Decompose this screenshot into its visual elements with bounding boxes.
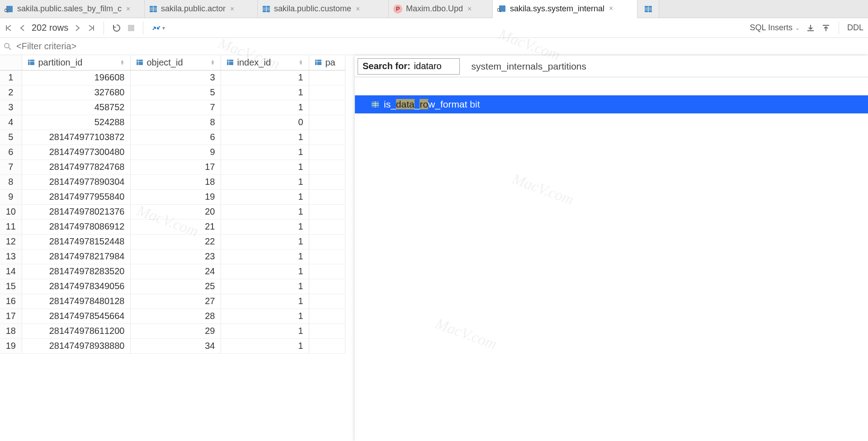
table-row[interactable]: 10281474978021376201 bbox=[0, 204, 345, 219]
data-cell[interactable] bbox=[309, 294, 345, 309]
data-cell[interactable] bbox=[309, 115, 345, 130]
data-cell[interactable] bbox=[309, 70, 345, 85]
search-input[interactable] bbox=[414, 61, 455, 71]
data-cell[interactable]: 281474978611200 bbox=[22, 324, 130, 338]
data-cell[interactable]: 28 bbox=[130, 309, 221, 324]
table-row[interactable]: 345875271 bbox=[0, 100, 345, 115]
data-cell[interactable]: 0 bbox=[221, 115, 309, 130]
data-cell[interactable] bbox=[309, 174, 345, 189]
table-row[interactable]: 528147497710387261 bbox=[0, 130, 345, 145]
data-cell[interactable] bbox=[309, 130, 345, 145]
data-cell[interactable]: 281474978021376 bbox=[22, 204, 130, 219]
data-cell[interactable]: 281474977300480 bbox=[22, 145, 130, 160]
data-cell[interactable]: 24 bbox=[130, 264, 221, 279]
data-cell[interactable] bbox=[309, 264, 345, 279]
data-cell[interactable]: 7 bbox=[130, 100, 221, 115]
data-cell[interactable]: 1 bbox=[221, 264, 309, 279]
col-header-partial[interactable]: pa bbox=[309, 55, 345, 70]
ddl-button[interactable]: DDL bbox=[847, 23, 863, 33]
sort-icon[interactable]: ▲▼ bbox=[120, 60, 125, 65]
data-cell[interactable]: 281474977824768 bbox=[22, 160, 130, 174]
reload-button[interactable] bbox=[112, 23, 121, 33]
col-header-partition-id[interactable]: partition_id ▲▼ bbox=[22, 55, 130, 70]
stop-button[interactable] bbox=[127, 24, 135, 32]
data-cell[interactable]: 1 bbox=[221, 219, 309, 234]
data-cell[interactable] bbox=[309, 219, 345, 234]
data-cell[interactable]: 1 bbox=[221, 338, 309, 353]
data-cell[interactable]: 281474977955840 bbox=[22, 189, 130, 204]
transpose-button[interactable]: ▾ bbox=[151, 23, 165, 33]
data-cell[interactable]: 20 bbox=[130, 204, 221, 219]
tab-system-internal[interactable]: sakila.sys.system_internal × bbox=[493, 0, 637, 18]
data-cell[interactable]: 281474977890304 bbox=[22, 174, 130, 189]
data-cell[interactable]: 281474978086912 bbox=[22, 219, 130, 234]
table-row[interactable]: 19281474978938880341 bbox=[0, 338, 345, 353]
data-cell[interactable] bbox=[309, 234, 345, 249]
first-page-button[interactable] bbox=[5, 24, 13, 32]
data-cell[interactable]: 327680 bbox=[22, 85, 130, 100]
table-row[interactable]: 17281474978545664281 bbox=[0, 309, 345, 324]
data-cell[interactable] bbox=[309, 204, 345, 219]
close-icon[interactable]: × bbox=[230, 5, 234, 13]
data-cell[interactable]: 17 bbox=[130, 160, 221, 174]
data-cell[interactable] bbox=[309, 160, 345, 174]
data-cell[interactable]: 25 bbox=[130, 279, 221, 294]
table-row[interactable]: 7281474977824768171 bbox=[0, 160, 345, 174]
table-row[interactable]: 14281474978283520241 bbox=[0, 264, 345, 279]
data-cell[interactable]: 196608 bbox=[22, 70, 130, 85]
next-page-button[interactable] bbox=[75, 24, 81, 32]
data-cell[interactable] bbox=[309, 189, 345, 204]
data-cell[interactable]: 281474978217984 bbox=[22, 249, 130, 264]
data-cell[interactable]: 1 bbox=[221, 234, 309, 249]
data-cell[interactable]: 21 bbox=[130, 219, 221, 234]
data-cell[interactable]: 1 bbox=[221, 324, 309, 338]
data-cell[interactable]: 19 bbox=[130, 189, 221, 204]
data-cell[interactable]: 1 bbox=[221, 160, 309, 174]
data-cell[interactable]: 1 bbox=[221, 189, 309, 204]
data-cell[interactable]: 23 bbox=[130, 249, 221, 264]
data-cell[interactable] bbox=[309, 249, 345, 264]
data-cell[interactable]: 1 bbox=[221, 294, 309, 309]
data-cell[interactable] bbox=[309, 100, 345, 115]
data-cell[interactable]: 1 bbox=[221, 130, 309, 145]
data-cell[interactable] bbox=[309, 279, 345, 294]
export-down-button[interactable] bbox=[806, 23, 815, 33]
table-row[interactable]: 628147497730048091 bbox=[0, 145, 345, 160]
tab-customer[interactable]: sakila.public.custome × bbox=[258, 0, 389, 18]
prev-page-button[interactable] bbox=[19, 24, 25, 32]
close-icon[interactable]: × bbox=[467, 5, 472, 13]
data-cell[interactable]: 1 bbox=[221, 309, 309, 324]
data-cell[interactable]: 281474978283520 bbox=[22, 264, 130, 279]
data-cell[interactable]: 1 bbox=[221, 85, 309, 100]
data-cell[interactable]: 281474978152448 bbox=[22, 234, 130, 249]
data-cell[interactable]: 281474978545664 bbox=[22, 309, 130, 324]
data-cell[interactable]: 281474978938880 bbox=[22, 338, 130, 353]
data-cell[interactable]: 22 bbox=[130, 234, 221, 249]
data-cell[interactable]: 18 bbox=[130, 174, 221, 189]
tab-sales-by-film[interactable]: sakila.public.sales_by_film_c × bbox=[0, 0, 145, 18]
data-cell[interactable]: 27 bbox=[130, 294, 221, 309]
data-cell[interactable]: 6 bbox=[130, 130, 221, 145]
tab-maxim-upd[interactable]: P Maxim.dbo.Upd × bbox=[389, 0, 493, 18]
table-row[interactable]: 13281474978217984231 bbox=[0, 249, 345, 264]
col-header-index-id[interactable]: index_id ▲▼ bbox=[221, 55, 309, 70]
data-cell[interactable]: 3 bbox=[130, 70, 221, 85]
data-cell[interactable] bbox=[309, 145, 345, 160]
data-cell[interactable]: 5 bbox=[130, 85, 221, 100]
last-page-button[interactable] bbox=[87, 24, 95, 32]
table-row[interactable]: 12281474978152448221 bbox=[0, 234, 345, 249]
data-cell[interactable]: 1 bbox=[221, 174, 309, 189]
data-cell[interactable] bbox=[309, 85, 345, 100]
data-cell[interactable]: 281474977103872 bbox=[22, 130, 130, 145]
data-cell[interactable]: 1 bbox=[221, 100, 309, 115]
table-row[interactable]: 16281474978480128271 bbox=[0, 294, 345, 309]
table-row[interactable]: 232768051 bbox=[0, 85, 345, 100]
sort-icon[interactable]: ▲▼ bbox=[211, 60, 215, 65]
data-cell[interactable] bbox=[309, 338, 345, 353]
data-cell[interactable]: 458752 bbox=[22, 100, 130, 115]
search-result-item[interactable]: is_data_row_format bit bbox=[355, 95, 868, 113]
import-up-button[interactable] bbox=[821, 23, 830, 33]
data-cell[interactable]: 34 bbox=[130, 338, 221, 353]
data-cell[interactable]: 29 bbox=[130, 324, 221, 338]
table-row[interactable]: 11281474978086912211 bbox=[0, 219, 345, 234]
